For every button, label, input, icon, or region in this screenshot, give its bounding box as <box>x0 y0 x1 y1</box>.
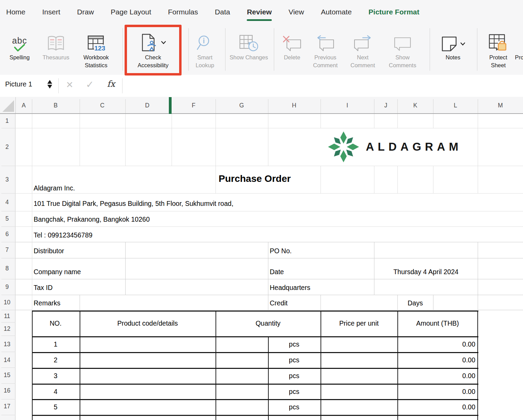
gridline <box>268 295 268 310</box>
row-unit: pcs <box>289 356 299 364</box>
tab-review[interactable]: Review <box>247 8 271 16</box>
protect-workbook-button[interactable]: Protect Workbook <box>513 26 523 61</box>
protect-sheet-icon <box>488 26 508 54</box>
row-no: 3 <box>54 372 58 380</box>
column-header-L[interactable]: L <box>454 102 457 109</box>
tab-draw[interactable]: Draw <box>77 8 94 16</box>
cancel-icon[interactable]: ✕ <box>66 80 73 90</box>
row-amount: 0.00 <box>438 356 475 364</box>
excel-window: HomeInsertDrawPage LayoutFormulasDataRev… <box>0 0 523 420</box>
column-header-J[interactable]: J <box>384 102 387 109</box>
column-header-C[interactable]: C <box>100 102 105 109</box>
row-header-8[interactable]: 8 <box>0 265 14 272</box>
spinner-down-icon[interactable] <box>47 85 52 89</box>
row-header-4[interactable]: 4 <box>0 199 14 206</box>
column-separator <box>321 99 321 113</box>
enter-icon[interactable]: ✓ <box>86 79 94 90</box>
row-separator <box>1 310 15 310</box>
spreadsheet-grid[interactable]: Purchase Order Aldagram Inc. 101 True Di… <box>15 114 523 420</box>
gridline <box>32 336 478 337</box>
notes-button[interactable]: Notes <box>437 26 469 61</box>
column-separator <box>32 99 32 113</box>
column-header-D[interactable]: D <box>145 102 150 109</box>
aldagram-logo-icon <box>327 131 360 163</box>
name-box-spinner[interactable] <box>47 80 52 89</box>
row-header-10[interactable]: 10 <box>0 299 14 306</box>
column-header-G[interactable]: G <box>239 102 244 109</box>
smart-lookup-icon <box>196 26 213 54</box>
column-header-B[interactable]: B <box>54 102 58 109</box>
column-header-I[interactable]: I <box>347 102 348 109</box>
show-comments-button[interactable]: Show Comments <box>382 26 423 69</box>
column-separator <box>268 99 268 113</box>
date-value: Thursday 4 April 2024 <box>393 268 458 276</box>
spinner-up-icon[interactable] <box>47 80 52 84</box>
select-all-corner[interactable] <box>0 97 16 113</box>
row-no: 4 <box>54 387 58 395</box>
row-header-15[interactable]: 15 <box>0 372 14 379</box>
tax-id-label: Tax ID <box>34 284 53 292</box>
column-header-F[interactable]: F <box>192 102 196 109</box>
delete-comment-button[interactable]: Delete <box>278 26 306 61</box>
row-separator <box>1 399 15 399</box>
tab-view[interactable]: View <box>289 8 304 16</box>
column-header-K[interactable]: K <box>413 102 417 109</box>
column-header-A[interactable]: A <box>22 102 26 109</box>
tab-formulas[interactable]: Formulas <box>168 8 198 16</box>
gridline <box>216 166 216 193</box>
gridline <box>80 336 80 420</box>
row-header-6[interactable]: 6 <box>0 231 14 238</box>
tab-data[interactable]: Data <box>215 8 230 16</box>
tab-picture-format[interactable]: Picture Format <box>369 8 419 16</box>
gridline <box>321 311 321 336</box>
tab-page-layout[interactable]: Page Layout <box>111 8 151 16</box>
column-separator <box>397 99 398 113</box>
gridline <box>32 384 478 385</box>
check-accessibility-button[interactable]: Check Accessibility <box>129 26 177 69</box>
thesaurus-button[interactable]: Thesaurus <box>38 26 73 61</box>
gridline <box>321 336 321 420</box>
previous-comment-button[interactable]: Previous Comment <box>307 26 343 69</box>
chevron-down-icon <box>460 42 465 46</box>
insert-function-icon[interactable]: fx <box>107 79 115 89</box>
gridline <box>374 114 374 128</box>
row-header-1[interactable]: 1 <box>0 117 14 125</box>
workbook-statistics-button[interactable]: 123 Workbook Statistics <box>75 26 117 69</box>
name-box[interactable]: Picture 1 <box>5 80 32 88</box>
column-header-H[interactable]: H <box>292 102 297 109</box>
row-header-11[interactable]: 11 <box>0 313 14 320</box>
row-header-12[interactable]: 12 <box>0 325 14 332</box>
row-header-14[interactable]: 14 <box>0 357 14 364</box>
gridline <box>80 311 80 336</box>
show-changes-button[interactable]: Show Changes <box>229 26 268 61</box>
next-comment-button[interactable]: Next Comment <box>346 26 380 69</box>
row-header-5[interactable]: 5 <box>0 215 14 222</box>
formula-input[interactable] <box>123 75 523 97</box>
row-header-13[interactable]: 13 <box>0 341 14 348</box>
smart-lookup-button[interactable]: Smart Lookup <box>189 26 220 69</box>
gridline <box>321 295 321 310</box>
row-header-9[interactable]: 9 <box>0 283 14 291</box>
gridline <box>268 128 268 166</box>
row-header-2[interactable]: 2 <box>0 143 14 151</box>
protect-sheet-button[interactable]: Protect Sheet <box>482 26 515 69</box>
row-header-16[interactable]: 16 <box>0 387 14 394</box>
column-header-M[interactable]: M <box>498 102 503 109</box>
tab-home[interactable]: Home <box>6 8 25 16</box>
row-header-17[interactable]: 17 <box>0 403 14 410</box>
row-separator <box>1 336 15 336</box>
company-name-label: Company name <box>34 268 81 276</box>
row-header-7[interactable]: 7 <box>0 246 14 254</box>
row-header-3[interactable]: 3 <box>0 176 14 183</box>
column-headers: ABCDFGHIJKLM <box>0 97 523 114</box>
distributor-label: Distributor <box>34 247 64 255</box>
row-separator <box>1 383 15 384</box>
row-separator <box>1 258 15 258</box>
spelling-button[interactable]: abc Spelling <box>2 26 37 61</box>
gridline <box>15 295 523 295</box>
gridline <box>172 114 172 128</box>
tab-automate[interactable]: Automate <box>321 8 352 16</box>
gridline <box>15 128 523 128</box>
tel-text: Tel : 099123456789 <box>34 231 92 239</box>
tab-insert[interactable]: Insert <box>42 8 60 16</box>
